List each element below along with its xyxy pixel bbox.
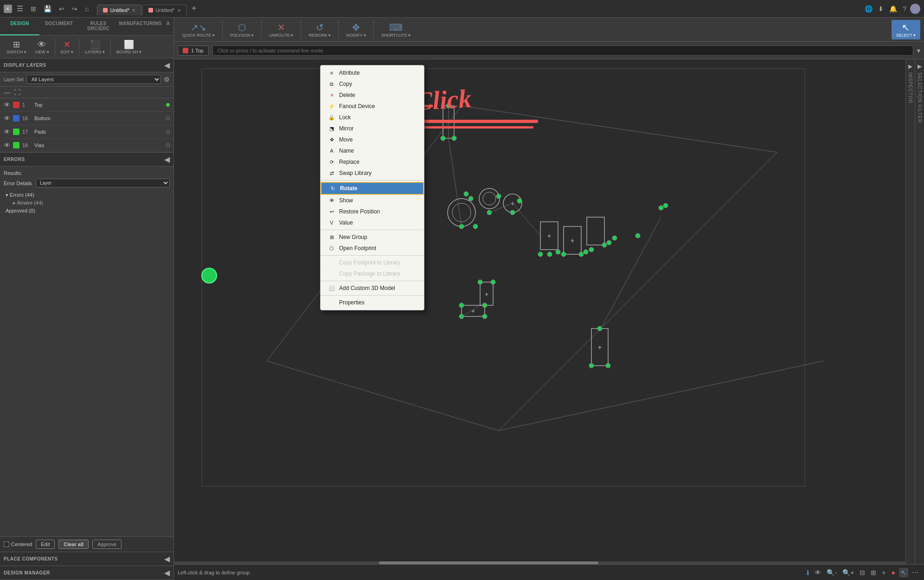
tab-document[interactable]: DOCUMENT [39, 18, 79, 35]
cm-copy-package: Copy Package to Library [321, 268, 424, 279]
globe-icon[interactable]: 🌐 [863, 4, 874, 13]
cm-open-footprint[interactable]: ⬡ Open Footprint [321, 243, 424, 254]
tab-add-btn[interactable]: + [187, 2, 201, 15]
view-btn[interactable]: 👁 VIEW ▾ [31, 38, 53, 56]
error-approved[interactable]: Approved (0) [4, 207, 170, 214]
hamburger-icon[interactable]: ☰ [14, 3, 26, 14]
inspector-panel[interactable]: ▶ INSPECTOR [905, 59, 915, 564]
shortcuts-btn[interactable]: ⌨ SHORTCUTS ▾ [377, 20, 415, 39]
quick-route-btn[interactable]: ↗↘ QUICK ROUTE ▾ [178, 20, 219, 39]
cm-replace[interactable]: ⟳ Replace [321, 156, 424, 168]
layer-vis-top[interactable]: 👁 [4, 101, 10, 109]
tab-design[interactable]: DESIGN [0, 18, 39, 35]
layer-settings-icon[interactable]: ⚙ [164, 76, 170, 83]
layer-vis-vias[interactable]: 👁 [4, 142, 10, 149]
tab-close-1[interactable]: ✕ [132, 8, 135, 13]
layer-vis-pads[interactable]: 👁 [4, 128, 10, 135]
bell-icon[interactable]: 🔔 [887, 4, 899, 13]
switch-btn[interactable]: ⊞ SWITCH ▾ [3, 38, 30, 56]
zoom-out-icon[interactable]: 🔍- [825, 568, 839, 577]
approve-button[interactable]: Approve [92, 540, 122, 549]
cm-add-3d-model-icon: ⬜ [328, 285, 335, 291]
clear-all-button[interactable]: Clear all [58, 540, 89, 549]
scrollbar-thumb[interactable] [379, 561, 598, 564]
command-input[interactable] [212, 45, 913, 56]
canvas-area[interactable]: + + + [174, 59, 905, 564]
cm-mirror[interactable]: ⬔ Mirror [321, 123, 424, 134]
layer-item-vias[interactable]: 👁 18 Vias [0, 139, 173, 152]
zoom-in-icon[interactable]: 🔍+ [841, 568, 856, 577]
board-sh-btn[interactable]: ⬜ BOARD SH ▾ [113, 38, 146, 56]
stop-icon[interactable]: ● [890, 568, 897, 577]
cmd-dropdown-icon[interactable]: ▾ [917, 47, 920, 54]
eye-bottom-icon[interactable]: 👁 [813, 568, 823, 577]
centered-checkbox-container[interactable]: Centered [4, 541, 32, 547]
layer-active-dot-pads [166, 130, 170, 134]
file-icon[interactable]: ⊞ [28, 4, 39, 13]
home-btn[interactable]: ⌂ [82, 4, 91, 13]
cm-value[interactable]: V Value [321, 217, 424, 228]
cm-attribute[interactable]: ≡ Attribute [321, 67, 424, 78]
select-btn[interactable]: ↖ SELECT ▾ [892, 20, 920, 39]
rework-btn[interactable]: ↺ REWORK ▾ [304, 20, 335, 39]
tab-extra[interactable]: A [163, 18, 173, 35]
place-components-collapse[interactable]: ◀ [164, 554, 170, 563]
modify-btn[interactable]: ✥ MODIFY ▾ [341, 20, 370, 39]
cursor-bottom-icon[interactable]: ↖ [899, 568, 908, 577]
cm-name[interactable]: A Name [321, 145, 424, 156]
layer-item-top[interactable]: 👁 1 Top [0, 98, 173, 112]
redo-btn[interactable]: ↪ [69, 4, 80, 13]
ctb-sep-2 [261, 20, 262, 39]
info-icon[interactable]: ℹ [805, 568, 811, 577]
tab-untitled-1[interactable]: Untitled* ✕ [97, 5, 141, 15]
avatar[interactable] [910, 4, 920, 14]
layers-btn[interactable]: ⬛ LAYERS ▾ [81, 38, 108, 56]
cm-fanout[interactable]: ⚡ Fanout Device [321, 101, 424, 112]
cm-move-icon: ✥ [328, 137, 335, 143]
grid-icon[interactable]: ⊞ [869, 568, 878, 577]
display-layers-collapse[interactable]: ◀ [164, 61, 170, 70]
add-bottom-icon[interactable]: + [880, 568, 887, 577]
zoom-fit-icon[interactable]: ⊟ [858, 568, 867, 577]
edit-button[interactable]: Edit [36, 540, 55, 549]
error-layer-select[interactable]: Layer [36, 179, 170, 187]
unroute-btn[interactable]: ✕ UNROUTE ▾ [264, 20, 298, 39]
layer-expand-icon[interactable]: ⛶ [14, 89, 20, 96]
cm-swap-library[interactable]: ⇄ Swap Library [321, 168, 424, 179]
cm-lock[interactable]: 🔒 Lock [321, 112, 424, 123]
scrollbar-horizontal[interactable] [174, 561, 905, 564]
undo-btn[interactable]: ↩ [56, 4, 67, 13]
layer-minus-icon[interactable]: — [4, 89, 10, 96]
layer-item-pads[interactable]: 👁 17 Pads [0, 125, 173, 139]
layer-vis-bottom[interactable]: 👁 [4, 115, 10, 122]
design-manager-collapse[interactable]: ◀ [164, 568, 170, 577]
download-icon[interactable]: ⬇ [876, 4, 886, 13]
cm-new-group[interactable]: ⊞ New Group [321, 232, 424, 243]
cm-properties[interactable]: Properties [321, 297, 424, 308]
tab-rules[interactable]: RULES DRC/ERC [79, 18, 118, 35]
centered-checkbox[interactable] [4, 541, 9, 547]
layer-item-bottom[interactable]: 👁 16 Bottom [0, 112, 173, 125]
cm-restore-position[interactable]: ↩ Restore Position [321, 206, 424, 217]
more-bottom-icon[interactable]: ⋯ [910, 568, 920, 577]
cm-restore-position-label: Restore Position [339, 208, 380, 215]
cm-delete[interactable]: ✕ Delete [321, 90, 424, 101]
edit-btn[interactable]: ✕ EDIT ▾ [57, 38, 77, 56]
save-btn[interactable]: 💾 [41, 4, 54, 13]
layer-badge[interactable]: 1 Top [178, 45, 209, 56]
cm-add-3d-model[interactable]: ⬜ Add Custom 3D Model [321, 283, 424, 294]
error-parent[interactable]: ▾ Errors (44) [4, 191, 170, 199]
help-icon[interactable]: ? [901, 4, 908, 13]
tab-close-2[interactable]: ✕ [177, 8, 181, 13]
cm-show[interactable]: 👁 Show [321, 195, 424, 206]
cm-move[interactable]: ✥ Move [321, 134, 424, 145]
selection-filter-panel[interactable]: ▶ SELECTION FILTER [915, 59, 924, 564]
cm-rotate[interactable]: ↻ Rotate [321, 182, 424, 195]
error-child-airwire[interactable]: ▸ Airwire (44) [4, 199, 170, 207]
cm-copy[interactable]: ⧉ Copy [321, 78, 424, 90]
tab-untitled-2[interactable]: Untitled* ✕ [142, 5, 187, 15]
tab-manufacturing[interactable]: MANUFACTURING [118, 18, 163, 35]
polygon-btn[interactable]: ⬡ POLYGON ▾ [225, 20, 258, 39]
layer-set-select[interactable]: All Layers [26, 75, 161, 84]
errors-collapse[interactable]: ◀ [164, 155, 170, 164]
